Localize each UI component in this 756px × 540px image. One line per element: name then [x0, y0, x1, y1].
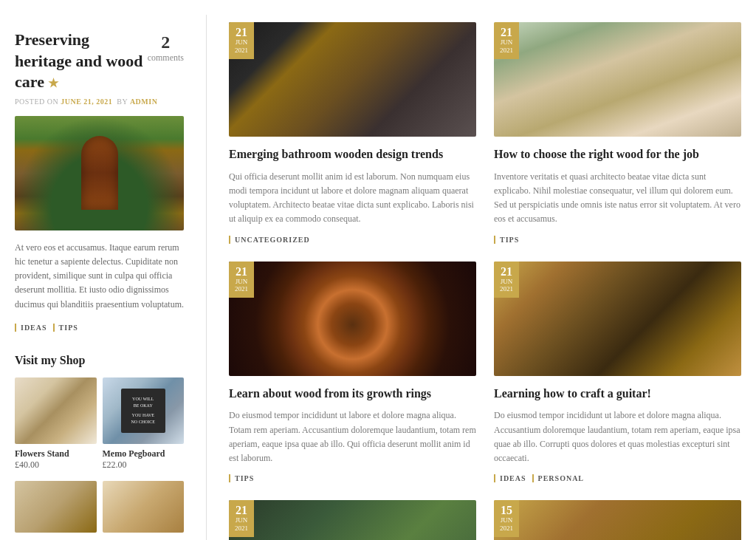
shop-grid: Flowers Stand £40.00 YOU WILLBE OKAY YOU…: [15, 377, 184, 471]
card-3-tags: IDEAS PERSONAL: [494, 474, 741, 482]
card-3-date: 21 JUN 2021: [494, 262, 519, 298]
shop-memo-price: £22.00: [103, 459, 185, 471]
card-1-excerpt: Inventore veritatis et quasi architecto …: [494, 170, 741, 227]
post-author-link[interactable]: ADMIN: [130, 98, 158, 106]
card-1-tag-0[interactable]: TIPS: [494, 236, 519, 244]
comments-count: 2 comments: [148, 33, 184, 64]
post-meta: POSTED ON JUNE 21, 2021 BY ADMIN: [15, 98, 184, 106]
card-0-date: 21 JUN 2021: [229, 22, 254, 59]
card-1: 21 JUN 2021 How to choose the right wood…: [494, 22, 741, 244]
star-icon: ★: [48, 77, 58, 89]
card-2-excerpt: Do eiusmod tempor incididunt ut labore e…: [229, 409, 476, 465]
card-2-image: 21 JUN 2021: [229, 262, 476, 376]
card-0-excerpt: Qui officia deserunt mollit anim id est …: [229, 170, 476, 227]
card-3: 21 JUN 2021 Learning how to craft a guit…: [494, 262, 741, 483]
card-0-tag-0[interactable]: UNCATEGORIZED: [229, 236, 310, 244]
post-date-link[interactable]: JUNE 21, 2021: [61, 98, 112, 106]
card-4: 21 JUN 2021: [229, 500, 476, 540]
card-2: 21 JUN 2021 Learn about wood from its gr…: [229, 262, 476, 483]
featured-post-image: [15, 116, 184, 230]
shop-memo-image: YOU WILLBE OKAY YOU HAVENO CHOICE: [103, 377, 185, 444]
card-1-image: 21 JUN 2021: [494, 22, 741, 137]
card-0-image: 21 JUN 2021: [229, 22, 476, 137]
card-1-date: 21 JUN 2021: [494, 22, 519, 59]
cards-grid: 21 JUN 2021 Emerging bathroom wooden des…: [229, 22, 741, 540]
shop-bottom-grid: [15, 481, 184, 533]
card-0: 21 JUN 2021 Emerging bathroom wooden des…: [229, 22, 476, 244]
card-2-tag-0[interactable]: TIPS: [229, 474, 254, 482]
post-excerpt: At vero eos et accusamus. Itaque earum r…: [15, 241, 184, 312]
card-5-image: 15 JUN 2021: [494, 500, 741, 540]
card-0-tags: UNCATEGORIZED: [229, 236, 476, 244]
card-5: 15 JUN 2021: [494, 500, 741, 540]
shop-bottom-image-2: [103, 481, 185, 533]
card-4-image: 21 JUN 2021: [229, 500, 476, 540]
shop-bottom-image-1: [15, 481, 97, 533]
sidebar: 2 comments Preserving heritage and wood …: [0, 15, 207, 540]
tag-ideas[interactable]: IDEAS: [15, 324, 47, 332]
card-3-image: 21 JUN 2021: [494, 262, 741, 376]
card-2-date: 21 JUN 2021: [229, 262, 254, 298]
door-decoration: [81, 136, 118, 210]
card-0-title[interactable]: Emerging bathroom wooden design trends: [229, 147, 476, 163]
main-content: 21 JUN 2021 Emerging bathroom wooden des…: [207, 15, 756, 540]
card-3-title[interactable]: Learning how to craft a guitar!: [494, 386, 741, 402]
tag-tips[interactable]: TIPS: [53, 324, 78, 332]
card-2-tags: TIPS: [229, 474, 476, 482]
shop-item-memo[interactable]: YOU WILLBE OKAY YOU HAVENO CHOICE Memo P…: [103, 377, 185, 471]
post-tags: IDEAS TIPS: [15, 324, 184, 332]
card-4-date: 21 JUN 2021: [229, 500, 254, 537]
shop-flowers-image: [15, 377, 97, 444]
card-1-tags: TIPS: [494, 236, 741, 244]
card-1-title[interactable]: How to choose the right wood for the job: [494, 147, 741, 163]
shop-flowers-price: £40.00: [15, 459, 97, 471]
shop-title: Visit my Shop: [15, 354, 184, 367]
card-2-title[interactable]: Learn about wood from its growth rings: [229, 386, 476, 402]
card-3-tag-1[interactable]: PERSONAL: [532, 474, 584, 482]
memo-board: YOU WILLBE OKAY YOU HAVENO CHOICE: [121, 389, 165, 433]
shop-flowers-name: Flowers Stand: [15, 448, 97, 459]
shop-memo-name: Memo Pegboard: [103, 448, 185, 459]
card-5-date: 15 JUN 2021: [494, 500, 519, 537]
shop-item-flowers[interactable]: Flowers Stand £40.00: [15, 377, 97, 471]
card-3-excerpt: Do eiusmod tempor incididunt ut labore e…: [494, 409, 741, 465]
card-3-tag-0[interactable]: IDEAS: [494, 474, 526, 482]
